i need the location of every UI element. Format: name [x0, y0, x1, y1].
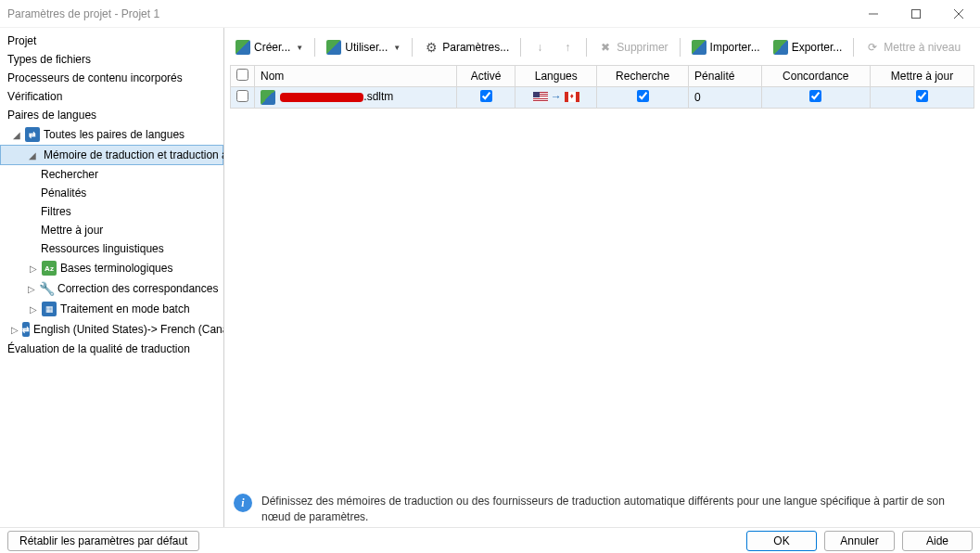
- nav-processeurs[interactable]: Processeurs de contenu incorporés: [0, 69, 223, 87]
- reset-defaults-button[interactable]: Rétablir les paramètres par défaut: [7, 531, 199, 551]
- header-nom[interactable]: Nom: [255, 66, 457, 87]
- maximize-button[interactable]: [895, 0, 937, 28]
- delete-button[interactable]: ✖ Supprimer: [592, 37, 673, 58]
- nav-penalites[interactable]: Pénalités: [0, 184, 223, 202]
- batch-icon: ▦: [42, 302, 57, 316]
- nav-verification[interactable]: Vérification: [0, 87, 223, 106]
- flag-ca-icon: ♦: [565, 92, 579, 102]
- dropdown-icon: ▼: [296, 44, 303, 52]
- svg-rect-0: [912, 9, 921, 18]
- dropdown-icon: ▼: [393, 44, 401, 52]
- concordance-checkbox[interactable]: [809, 90, 821, 102]
- info-panel: i Définissez des mémoires de traduction …: [224, 482, 980, 527]
- export-icon: [773, 40, 788, 55]
- nav-rechercher[interactable]: Rechercher: [0, 165, 223, 184]
- move-up-button[interactable]: ↑: [554, 37, 580, 58]
- nav-toutes-paires[interactable]: ◢ ⇄ Toutes les paires de langues: [0, 124, 223, 145]
- row-select-checkbox[interactable]: [236, 90, 248, 102]
- nav-ressources-ling[interactable]: Ressources linguistiques: [0, 239, 223, 258]
- language-icon: ⇄: [25, 127, 40, 142]
- select-all-checkbox[interactable]: [236, 69, 248, 81]
- nav-bases-term[interactable]: ▷ Az Bases terminologiques: [0, 258, 223, 278]
- separator: [412, 38, 413, 57]
- tm-file-icon: [261, 90, 275, 105]
- minimize-button[interactable]: [852, 0, 895, 28]
- maj-checkbox[interactable]: [916, 90, 928, 102]
- separator: [680, 38, 681, 57]
- separator: [853, 38, 854, 57]
- nav-filtres[interactable]: Filtres: [0, 202, 223, 221]
- use-button[interactable]: Utiliser...▼: [321, 37, 406, 58]
- header-langues[interactable]: Langues: [515, 66, 597, 87]
- arrow-right-icon: →: [551, 90, 562, 103]
- arrow-up-icon: ↑: [560, 40, 575, 55]
- close-button[interactable]: [937, 0, 980, 28]
- window-title: Paramètres de projet - Projet 1: [7, 7, 852, 20]
- arrow-down-icon: ↓: [532, 40, 547, 55]
- wrench-icon: 🔧: [39, 281, 54, 296]
- expander-icon[interactable]: ◢: [11, 130, 21, 140]
- tm-icon: [326, 40, 341, 55]
- nav-types-fichiers[interactable]: Types de fichiers: [0, 50, 223, 69]
- help-button[interactable]: Aide: [902, 531, 973, 551]
- header-maj[interactable]: Mettre à jour: [871, 66, 974, 87]
- active-checkbox[interactable]: [480, 90, 492, 102]
- info-icon: i: [234, 494, 252, 512]
- nav-projet[interactable]: Projet: [0, 32, 223, 50]
- expander-icon[interactable]: ▷: [28, 304, 38, 315]
- redacted-name: [280, 93, 363, 102]
- upgrade-icon: ⟳: [865, 40, 880, 55]
- info-text: Définissez des mémoires de traduction ou…: [261, 494, 971, 525]
- nav-batch[interactable]: ▷ ▦ Traitement en mode batch: [0, 299, 223, 319]
- header-active[interactable]: Activé: [456, 66, 515, 87]
- separator: [314, 38, 315, 57]
- settings-button[interactable]: ⚙ Paramètres...: [418, 37, 515, 58]
- nav-memoire-traduction[interactable]: ◢ Mémoire de traduction et traduction a: [0, 145, 223, 165]
- cancel-button[interactable]: Annuler: [824, 531, 895, 551]
- expander-icon[interactable]: ▷: [11, 325, 19, 335]
- dialog-footer: Rétablir les paramètres par défaut OK An…: [0, 527, 980, 553]
- tm-icon: [235, 40, 250, 55]
- table-row[interactable]: .sdltm → ♦ 0: [231, 87, 974, 109]
- header-recherche[interactable]: Recherche: [597, 66, 689, 87]
- export-button[interactable]: Exporter...: [768, 37, 848, 58]
- import-button[interactable]: Importer...: [686, 37, 766, 58]
- cell-langues: → ♦: [515, 87, 597, 109]
- header-checkbox-col: [231, 66, 255, 87]
- nav-paires-langues[interactable]: Paires de langues: [0, 106, 223, 124]
- expander-icon[interactable]: ◢: [29, 150, 36, 161]
- nav-mettre-a-jour[interactable]: Mettre à jour: [0, 221, 223, 239]
- cell-penalite[interactable]: 0: [689, 87, 762, 109]
- nav-correction[interactable]: ▷ 🔧 Correction des correspondances: [0, 278, 223, 299]
- gear-icon: ⚙: [424, 40, 439, 55]
- ok-button[interactable]: OK: [746, 531, 817, 551]
- terminology-icon: Az: [42, 261, 57, 276]
- tm-grid: Nom Activé Langues Recherche Pénalité Co…: [230, 65, 974, 109]
- delete-icon: ✖: [598, 40, 613, 55]
- expander-icon[interactable]: ▷: [28, 264, 38, 274]
- expander-icon[interactable]: ▷: [28, 284, 35, 294]
- upgrade-button[interactable]: ⟳ Mettre à niveau: [859, 37, 966, 58]
- import-icon: [692, 40, 706, 55]
- nav-tree: Projet Types de fichiers Processeurs de …: [0, 28, 224, 527]
- language-icon: ⇄: [22, 322, 30, 337]
- recherche-checkbox[interactable]: [637, 90, 649, 102]
- toolbar: Créer...▼ Utiliser...▼ ⚙ Paramètres... ↓…: [224, 28, 980, 65]
- nav-eval-qualite[interactable]: Évaluation de la qualité de traduction: [0, 340, 223, 358]
- title-bar: Paramètres de projet - Projet 1: [0, 0, 980, 28]
- move-down-button[interactable]: ↓: [527, 37, 553, 58]
- header-penalite[interactable]: Pénalité: [689, 66, 762, 87]
- separator: [586, 38, 587, 57]
- nav-lang-pair[interactable]: ▷ ⇄ English (United States)-> French (Ca…: [0, 319, 223, 340]
- flag-us-icon: [533, 92, 548, 102]
- cell-nom[interactable]: .sdltm: [255, 87, 457, 109]
- create-button[interactable]: Créer...▼: [230, 37, 309, 58]
- separator: [520, 38, 521, 57]
- header-concordance[interactable]: Concordance: [761, 66, 871, 87]
